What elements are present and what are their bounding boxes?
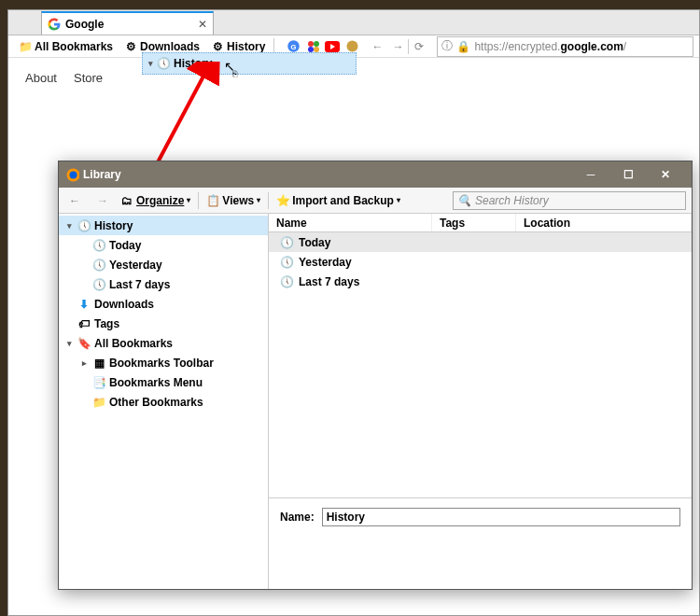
separator <box>198 192 199 209</box>
tree-label: Other Bookmarks <box>109 396 203 409</box>
chevron-right-icon[interactable]: ▸ <box>79 358 89 368</box>
tree-label: Today <box>109 239 141 252</box>
gear-icon: ⚙ <box>211 40 224 53</box>
tree-label: Bookmarks Toolbar <box>109 357 214 370</box>
gear-icon: ⚙ <box>124 40 137 53</box>
detail-name-label: Name: <box>280 508 315 524</box>
tree-bm-other[interactable]: 📁Other Bookmarks <box>74 392 268 412</box>
svg-point-7 <box>346 41 357 52</box>
svg-text:G: G <box>290 43 296 51</box>
detail-name-input[interactable] <box>322 508 680 526</box>
import-menu[interactable]: ⭐Import and Backup▾ <box>276 194 400 207</box>
star-icon: ⭐ <box>276 194 289 207</box>
list-row-yesterday[interactable]: 🕔Yesterday <box>269 252 692 272</box>
organize-icon: 🗂 <box>120 194 133 207</box>
bookmark-label: Downloads <box>140 40 200 53</box>
tab-google[interactable]: Google ✕ <box>41 11 214 35</box>
chevron-down-icon: ▾ <box>148 59 153 68</box>
col-location[interactable]: Location <box>516 214 692 231</box>
tree-label: Bookmarks Menu <box>109 376 203 389</box>
firefox-icon <box>66 168 79 181</box>
clock-icon: 🕔 <box>280 275 293 288</box>
search-placeholder: Search History <box>475 194 549 207</box>
lib-forward-button: → <box>92 190 113 211</box>
toolbar-icon: ▦ <box>92 357 105 370</box>
svg-point-3 <box>314 41 319 47</box>
clock-icon: 🕔 <box>92 259 105 272</box>
tree-downloads[interactable]: ⬇Downloads <box>59 294 268 314</box>
library-title: Library <box>83 168 121 181</box>
tree-today[interactable]: 🕔Today <box>74 235 268 255</box>
col-name[interactable]: Name <box>269 214 432 231</box>
google-favicon <box>48 18 61 31</box>
col-tags[interactable]: Tags <box>432 214 516 231</box>
chevron-down-icon[interactable]: ▾ <box>64 221 74 231</box>
views-menu[interactable]: 📋Views▾ <box>206 194 260 207</box>
bookmark-label: All Bookmarks <box>35 40 113 53</box>
clock-icon: 🕔 <box>77 219 91 232</box>
row-label: Today <box>299 236 330 249</box>
search-icon: 🔍 <box>457 194 471 207</box>
tree-yesterday[interactable]: 🕔Yesterday <box>74 255 268 274</box>
lib-back-button[interactable]: ← <box>64 190 85 211</box>
import-label: Import and Backup <box>292 194 394 207</box>
clock-icon: 🕔 <box>92 278 105 291</box>
close-button[interactable]: ✕ <box>647 161 684 188</box>
bookmark-icon: 🔖 <box>77 337 91 350</box>
separator <box>268 192 269 209</box>
tree-tags[interactable]: 🏷Tags <box>59 314 268 333</box>
link-about[interactable]: About <box>25 71 57 85</box>
url-text: https://encrypted.google.com/ <box>474 40 626 53</box>
bookmark-all-bookmarks[interactable]: 📁 All Bookmarks <box>14 39 118 54</box>
library-toolbar: ← → 🗂Organize▾ 📋Views▾ ⭐Import and Backu… <box>59 188 692 214</box>
chevron-down-icon[interactable]: ▾ <box>64 339 74 348</box>
list-row-today[interactable]: 🕔Today <box>269 232 692 252</box>
url-bar[interactable]: ⓘ 🔒 https://encrypted.google.com/ <box>437 36 693 57</box>
info-icon[interactable]: ⓘ <box>441 38 453 54</box>
back-button[interactable]: ← <box>367 36 387 57</box>
tab-strip: Google ✕ <box>8 10 699 35</box>
link-store[interactable]: Store <box>74 71 103 85</box>
detail-pane: Name: <box>269 497 692 589</box>
tab-title: Google <box>65 18 104 31</box>
clock-icon: 🕔 <box>157 57 170 70</box>
views-label: Views <box>222 194 254 207</box>
tree-label: Last 7 days <box>109 278 170 291</box>
reload-button[interactable]: ⟳ <box>409 36 429 57</box>
tree-last7[interactable]: 🕔Last 7 days <box>74 274 268 294</box>
library-search[interactable]: 🔍 Search History <box>453 191 686 210</box>
forward-button[interactable]: → <box>387 36 408 57</box>
nav-buttons: ← → ⟳ <box>367 36 429 57</box>
tree-label: Yesterday <box>109 259 162 272</box>
minimize-button[interactable]: ─ <box>572 161 609 188</box>
tree-label: Downloads <box>94 298 154 311</box>
lock-icon: 🔒 <box>456 40 470 53</box>
organize-label: Organize <box>136 194 184 207</box>
clock-icon: 🕔 <box>280 236 293 249</box>
tree-all-bookmarks[interactable]: ▾🔖All Bookmarks <box>59 333 268 353</box>
library-list: 🕔Today 🕔Yesterday 🕔Last 7 days <box>269 232 692 497</box>
tree-label: Tags <box>94 317 119 330</box>
tree-label: History <box>94 219 133 232</box>
library-window: Library ─ ☐ ✕ ← → 🗂Organize▾ 📋Views▾ ⭐Im… <box>58 161 693 590</box>
tree-label: All Bookmarks <box>94 337 173 350</box>
list-row-last7[interactable]: 🕔Last 7 days <box>269 272 692 291</box>
bookmark-label: History <box>227 40 265 53</box>
tag-icon: 🏷 <box>77 317 91 330</box>
drag-ghost: ▾ 🕔 History <box>142 52 357 75</box>
folder-icon: 📁 <box>19 40 32 53</box>
clock-icon: 🕔 <box>92 239 105 252</box>
tree-bm-menu[interactable]: 📑Bookmarks Menu <box>74 372 268 392</box>
tree-history[interactable]: ▾🕔History <box>59 216 268 235</box>
menu-icon: 📑 <box>92 376 105 389</box>
organize-menu[interactable]: 🗂Organize▾ <box>120 194 190 207</box>
tree-bm-toolbar[interactable]: ▸▦Bookmarks Toolbar <box>74 353 268 372</box>
tab-close-icon[interactable]: ✕ <box>198 18 207 31</box>
maximize-button[interactable]: ☐ <box>609 161 647 188</box>
views-icon: 📋 <box>206 194 219 207</box>
library-titlebar[interactable]: Library ─ ☐ ✕ <box>59 161 692 188</box>
drag-label: History <box>174 57 212 70</box>
library-tree: ▾🕔History 🕔Today 🕔Yesterday 🕔Last 7 days… <box>59 214 269 589</box>
column-headers: Name Tags Location <box>269 214 692 232</box>
library-main: Name Tags Location 🕔Today 🕔Yesterday 🕔La… <box>269 214 692 589</box>
